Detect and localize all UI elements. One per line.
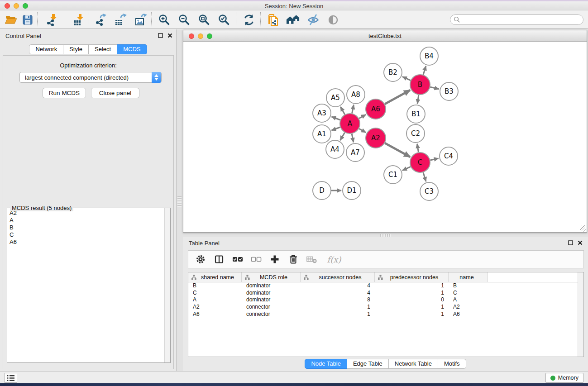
table-cell[interactable]: dominator xyxy=(242,290,301,297)
graph-edge-A6-B[interactable] xyxy=(385,90,410,104)
open-file-icon[interactable] xyxy=(4,13,18,27)
graph-edge-B-B2[interactable] xyxy=(402,76,411,80)
graph-node-B3[interactable]: B3 xyxy=(440,82,458,100)
export-network-icon[interactable] xyxy=(93,13,107,27)
column-header-predecessor-nodes[interactable]: predecessor nodes xyxy=(375,272,449,282)
graph-node-B2[interactable]: B2 xyxy=(384,63,402,81)
show-column-icon[interactable] xyxy=(214,254,225,265)
unselect-all-columns-icon[interactable] xyxy=(251,254,262,265)
graph-node-B4[interactable]: B4 xyxy=(420,47,438,65)
close-panel-button[interactable]: Close panel xyxy=(91,88,139,98)
graph-edge-B-B1[interactable] xyxy=(417,95,419,104)
network-canvas[interactable]: B4B2BB3A5A8A6A3AB1A1C2A2A4A7C4CC1C3DD1 xyxy=(183,42,587,232)
show-all-icon[interactable] xyxy=(326,13,340,27)
first-neighbors-icon[interactable] xyxy=(286,13,300,27)
tab-motifs[interactable]: Motifs xyxy=(438,359,466,369)
graph-node-C1[interactable]: C1 xyxy=(384,166,402,184)
table-row[interactable]: Bdominator41B xyxy=(188,282,578,290)
graph-edge-A-A5[interactable] xyxy=(340,107,344,114)
graph-edge-C-C3[interactable] xyxy=(423,172,426,181)
graph-edge-B-B4[interactable] xyxy=(423,66,426,75)
table-cell[interactable]: 1 xyxy=(375,304,449,311)
table-row[interactable]: A2connector11A2 xyxy=(188,304,578,311)
table-cell[interactable]: B xyxy=(449,282,488,290)
tab-node-table[interactable]: Node Table xyxy=(305,359,347,369)
graph-node-A1[interactable]: A1 xyxy=(313,125,331,143)
graph-edge-A-A8[interactable] xyxy=(352,105,354,114)
import-table-icon[interactable] xyxy=(72,13,86,27)
graph-edge-A-A6[interactable] xyxy=(359,114,366,119)
table-cell[interactable]: A6 xyxy=(188,311,242,318)
mcds-result-item[interactable]: A2 xyxy=(7,210,164,217)
window-resize-grip[interactable] xyxy=(580,225,586,232)
table-row[interactable]: A6connector11A6 xyxy=(188,311,578,318)
hide-selected-icon[interactable] xyxy=(306,13,320,27)
table-row[interactable]: Cdominator41C xyxy=(188,290,578,297)
graph-node-A3[interactable]: A3 xyxy=(313,104,331,122)
graph-edge-C-C2[interactable] xyxy=(417,144,419,152)
table-cell[interactable]: 1 xyxy=(301,311,375,318)
mcds-result-scrollbar[interactable] xyxy=(164,208,170,362)
table-row[interactable]: Adominator80A xyxy=(188,296,578,304)
close-panel-icon[interactable] xyxy=(578,240,583,245)
graph-node-A8[interactable]: A8 xyxy=(347,86,365,104)
table-cell[interactable]: A xyxy=(188,296,242,304)
graph-node-A5[interactable]: A5 xyxy=(326,89,344,107)
table-cell[interactable]: A2 xyxy=(449,304,488,311)
graph-node-D1[interactable]: D1 xyxy=(343,181,361,200)
graph-edge-A-A3[interactable] xyxy=(332,117,340,120)
export-table-icon[interactable] xyxy=(113,13,127,27)
float-panel-icon[interactable] xyxy=(158,33,163,38)
table-settings-gear-icon[interactable] xyxy=(195,254,206,265)
table-cell[interactable]: 1 xyxy=(375,311,449,318)
graph-node-A6[interactable]: A6 xyxy=(366,99,386,119)
column-header-shared-name[interactable]: shared name xyxy=(188,272,242,282)
tab-select[interactable]: Select xyxy=(89,44,117,54)
table-cell[interactable]: 8 xyxy=(301,296,375,304)
graph-node-B[interactable]: B xyxy=(410,75,430,95)
graph-node-A2[interactable]: A2 xyxy=(366,128,386,148)
table-cell[interactable]: connector xyxy=(242,311,301,318)
table-cell[interactable]: connector xyxy=(242,304,301,311)
tab-edge-table[interactable]: Edge Table xyxy=(347,359,389,369)
mcds-result-item[interactable]: A6 xyxy=(7,238,164,246)
select-all-columns-icon[interactable] xyxy=(232,254,243,265)
graph-node-A[interactable]: A xyxy=(340,114,360,133)
float-panel-icon[interactable] xyxy=(568,240,573,245)
tab-mcds[interactable]: MCDS xyxy=(117,44,147,54)
graph-node-C3[interactable]: C3 xyxy=(420,182,438,200)
graph-node-D[interactable]: D xyxy=(313,181,331,200)
graph-edge-A-A1[interactable] xyxy=(332,127,340,130)
table-cell[interactable]: 1 xyxy=(301,304,375,311)
table-cell[interactable]: dominator xyxy=(242,282,301,290)
column-header-successor-nodes[interactable]: successor nodes xyxy=(301,272,375,282)
table-cell[interactable]: B xyxy=(188,282,242,290)
graph-node-C2[interactable]: C2 xyxy=(406,124,425,143)
tab-network[interactable]: Network xyxy=(29,44,63,54)
graph-node-B1[interactable]: B1 xyxy=(407,105,425,123)
create-column-plus-icon[interactable] xyxy=(269,254,280,265)
table-cell[interactable]: A6 xyxy=(449,311,488,318)
export-image-icon[interactable] xyxy=(134,13,148,27)
table-cell[interactable]: A2 xyxy=(188,304,242,311)
mcds-result-item[interactable]: C xyxy=(7,231,164,238)
table-cell[interactable]: 1 xyxy=(375,282,449,290)
zoom-out-icon[interactable] xyxy=(177,13,191,27)
table-cell[interactable]: 4 xyxy=(301,282,375,290)
delete-column-trash-icon[interactable] xyxy=(288,254,299,265)
graph-edge-B-B3[interactable] xyxy=(430,87,439,89)
table-scrollbar[interactable] xyxy=(578,272,583,357)
table-cell[interactable]: 1 xyxy=(375,290,449,297)
import-network-icon[interactable] xyxy=(45,13,59,27)
run-mcds-button[interactable]: Run MCDS xyxy=(43,88,86,98)
zoom-selected-icon[interactable] xyxy=(217,13,231,27)
table-cell[interactable]: A xyxy=(449,296,488,304)
mcds-result-item[interactable]: B xyxy=(7,224,164,231)
table-cell[interactable]: 4 xyxy=(301,290,375,297)
zoom-fit-icon[interactable] xyxy=(197,13,211,27)
tab-style[interactable]: Style xyxy=(63,44,89,54)
new-session-icon[interactable] xyxy=(267,13,281,27)
table-cell[interactable]: 0 xyxy=(375,296,449,304)
graph-edge-A-A7[interactable] xyxy=(352,134,354,143)
table-cell[interactable]: C xyxy=(188,290,242,297)
